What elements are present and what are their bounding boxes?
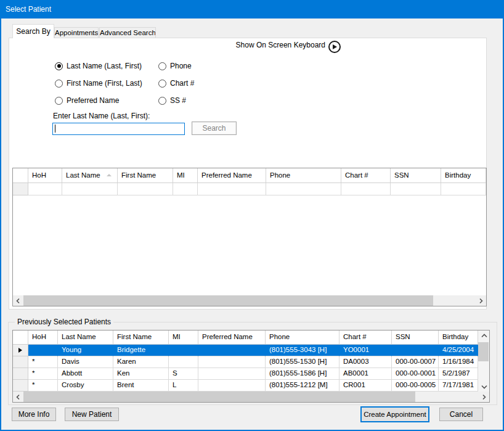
grid-cell[interactable]: Karen bbox=[113, 356, 169, 368]
column-header-phone[interactable]: Phone bbox=[266, 330, 339, 345]
row-selector-cell[interactable] bbox=[13, 345, 28, 356]
tab-search-by[interactable]: Search By bbox=[12, 24, 54, 38]
horizontal-scroll-thumb[interactable] bbox=[23, 295, 433, 306]
grid-cell[interactable] bbox=[173, 183, 198, 195]
grid-cell[interactable]: 000-00-0001 bbox=[392, 368, 439, 380]
scroll-down-button[interactable] bbox=[479, 381, 489, 392]
search-button[interactable]: Search bbox=[192, 121, 237, 135]
grid-cell[interactable] bbox=[118, 183, 173, 195]
grid-cell[interactable] bbox=[341, 183, 391, 195]
grid-cell[interactable]: S bbox=[169, 368, 198, 380]
grid-cell[interactable]: Bridgette bbox=[113, 345, 169, 356]
column-header-first-name[interactable]: First Name bbox=[118, 168, 173, 183]
column-header-hoh[interactable]: HoH bbox=[28, 168, 62, 183]
column-header-phone[interactable]: Phone bbox=[266, 168, 341, 183]
column-header-preferred-name[interactable]: Preferred Name bbox=[198, 168, 266, 183]
grid-cell[interactable] bbox=[441, 183, 486, 195]
tab-appointments[interactable]: Appointments bbox=[54, 27, 99, 38]
grid-cell[interactable] bbox=[198, 368, 266, 380]
column-header-last-name[interactable]: Last Name bbox=[58, 330, 113, 345]
row-selector-header[interactable] bbox=[13, 330, 28, 345]
grid-cell[interactable] bbox=[392, 345, 439, 356]
radio-ss-number[interactable]: SS # bbox=[158, 96, 186, 105]
grid-cell[interactable]: 1/16/1984 bbox=[439, 356, 478, 368]
table-row[interactable]: YoungBridgette(801)555-3043 [H]YO00014/2… bbox=[13, 345, 489, 356]
horizontal-scroll-thumb[interactable] bbox=[23, 392, 415, 402]
show-keyboard-icon[interactable] bbox=[328, 41, 341, 53]
grid-cell[interactable]: 7/17/1981 bbox=[439, 380, 478, 392]
scroll-up-button[interactable] bbox=[479, 330, 489, 341]
title-bar[interactable]: Select Patient bbox=[0, 0, 504, 18]
column-header-ssn[interactable]: SSN bbox=[391, 168, 441, 183]
tab-advanced-search[interactable]: Advanced Search bbox=[99, 27, 156, 38]
grid-cell[interactable]: L bbox=[169, 380, 198, 392]
radio-chart-number[interactable]: Chart # bbox=[158, 79, 194, 88]
grid-cell[interactable]: CR001 bbox=[339, 380, 392, 392]
scroll-left-button[interactable] bbox=[13, 392, 23, 402]
grid-cell[interactable]: AB0001 bbox=[339, 368, 392, 380]
grid-cell[interactable]: (801)555-3043 [H] bbox=[266, 345, 339, 356]
cancel-button[interactable]: Cancel bbox=[439, 408, 483, 421]
row-selector-cell[interactable] bbox=[13, 183, 28, 195]
grid-cell[interactable]: 5/2/1987 bbox=[439, 368, 478, 380]
grid-cell[interactable]: Ken bbox=[113, 368, 169, 380]
grid-cell[interactable]: Abbott bbox=[58, 368, 113, 380]
radio-last-name[interactable]: Last Name (Last, First) bbox=[55, 62, 142, 70]
vertical-scroll-thumb[interactable] bbox=[478, 342, 489, 361]
grid-cell[interactable] bbox=[169, 356, 198, 368]
grid-cell[interactable]: * bbox=[28, 368, 58, 380]
row-selector-cell[interactable] bbox=[13, 356, 28, 368]
grid-cell[interactable] bbox=[62, 183, 118, 195]
radio-first-name[interactable]: First Name (First, Last) bbox=[55, 79, 142, 88]
grid-cell[interactable] bbox=[169, 345, 198, 356]
grid-cell[interactable]: DA0003 bbox=[339, 356, 392, 368]
grid-cell[interactable] bbox=[198, 183, 266, 195]
table-row[interactable] bbox=[13, 183, 486, 195]
column-header-mi[interactable]: MI bbox=[173, 168, 198, 183]
row-selector-header[interactable] bbox=[13, 168, 28, 183]
new-patient-button[interactable]: New Patient bbox=[65, 408, 119, 421]
table-row[interactable]: *AbbottKenS(801)555-1586 [H]AB0001000-00… bbox=[13, 368, 489, 380]
grid-cell[interactable]: (801)555-1530 [H] bbox=[266, 356, 339, 368]
row-selector-cell[interactable] bbox=[13, 380, 28, 392]
grid-cell[interactable] bbox=[391, 183, 441, 195]
scroll-right-button[interactable] bbox=[479, 392, 489, 402]
grid-cell[interactable]: Young bbox=[58, 345, 113, 356]
table-row[interactable]: *CrosbyBrentL(801)555-1212 [M]CR001000-0… bbox=[13, 380, 489, 392]
column-header-mi[interactable]: MI bbox=[169, 330, 198, 345]
grid-cell[interactable]: * bbox=[28, 356, 58, 368]
row-selector-cell[interactable] bbox=[13, 368, 28, 380]
grid-cell[interactable]: 4/25/2004 bbox=[439, 345, 478, 356]
column-header-birthday[interactable]: Birthday bbox=[441, 168, 486, 183]
table-row[interactable]: *DavisKaren(801)555-1530 [H]DA0003000-00… bbox=[13, 356, 489, 368]
column-header-hoh[interactable]: HoH bbox=[28, 330, 58, 345]
column-header-chart-[interactable]: Chart # bbox=[341, 168, 391, 183]
grid-cell[interactable] bbox=[28, 183, 62, 195]
radio-phone[interactable]: Phone bbox=[158, 62, 192, 70]
grid-cell[interactable]: Davis bbox=[58, 356, 113, 368]
column-header-chart-[interactable]: Chart # bbox=[339, 330, 392, 345]
grid-cell[interactable]: Brent bbox=[113, 380, 169, 392]
create-appointment-button[interactable]: Create Appointment bbox=[360, 406, 429, 422]
grid-cell[interactable]: * bbox=[28, 380, 58, 392]
grid-cell[interactable]: YO0001 bbox=[339, 345, 392, 356]
horizontal-scrollbar[interactable] bbox=[13, 295, 486, 306]
last-name-input[interactable] bbox=[52, 123, 185, 135]
column-header-ssn[interactable]: SSN bbox=[392, 330, 439, 345]
grid-cell[interactable]: 000-00-0007 bbox=[392, 356, 439, 368]
grid-cell[interactable] bbox=[266, 183, 341, 195]
vertical-scrollbar[interactable] bbox=[478, 330, 489, 392]
scroll-right-button[interactable] bbox=[476, 295, 486, 306]
grid-cell[interactable]: (801)555-1586 [H] bbox=[266, 368, 339, 380]
column-header-last-name[interactable]: Last Name bbox=[62, 168, 118, 183]
more-info-button[interactable]: More Info bbox=[12, 408, 56, 421]
previous-patients-grid[interactable]: HoHLast NameFirst NameMIPreferred NamePh… bbox=[12, 330, 490, 403]
scroll-left-button[interactable] bbox=[13, 295, 23, 306]
grid-cell[interactable] bbox=[198, 380, 266, 392]
column-header-birthday[interactable]: Birthday bbox=[439, 330, 478, 345]
search-results-grid[interactable]: HoHLast NameFirst NameMIPreferred NamePh… bbox=[12, 168, 487, 306]
grid-cell[interactable]: 000-00-0005 bbox=[392, 380, 439, 392]
grid-cell[interactable] bbox=[28, 345, 58, 356]
grid-cell[interactable] bbox=[198, 356, 266, 368]
column-header-preferred-name[interactable]: Preferred Name bbox=[198, 330, 266, 345]
